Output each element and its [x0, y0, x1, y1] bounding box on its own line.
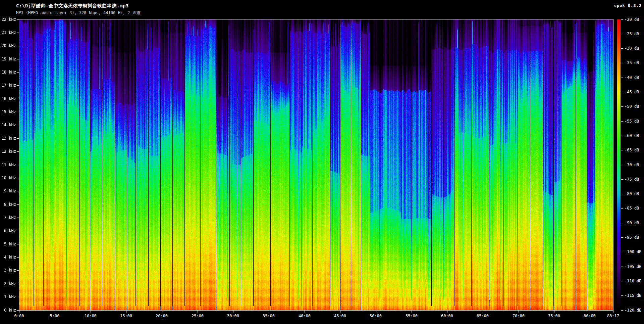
legend-tick	[621, 150, 623, 150]
time-tick	[233, 311, 233, 313]
frequency-tick	[17, 270, 19, 271]
frequency-label: 8 kHz	[0, 202, 16, 207]
frequency-tick	[17, 231, 19, 231]
legend-tick	[621, 48, 623, 49]
frequency-label: 21 kHz	[0, 30, 16, 35]
legend-label: -65 dB	[625, 148, 639, 152]
frequency-label: 13 kHz	[0, 136, 16, 141]
legend-label: -50 dB	[625, 104, 639, 109]
legend-tick	[621, 310, 623, 311]
time-label: 50:00	[365, 314, 387, 318]
file-path-title: C:\Dj型酷帅-全中文洛天依专辑抖音歌曲串烧.mp3	[16, 3, 129, 9]
app-version-label: spek 0.8.2	[614, 3, 642, 8]
legend-tick	[621, 179, 623, 180]
legend-tick	[621, 237, 623, 238]
frequency-label: 22 kHz	[0, 17, 16, 22]
frequency-tick	[17, 257, 19, 258]
frequency-label: 1 kHz	[0, 294, 16, 299]
legend-tick	[621, 19, 623, 20]
legend-label: -40 dB	[625, 75, 639, 80]
legend-label: -80 dB	[625, 191, 639, 196]
time-label: 15:00	[115, 314, 137, 318]
time-label: 75:00	[543, 314, 565, 318]
frequency-label: 20 kHz	[0, 43, 16, 48]
legend-tick	[621, 223, 623, 223]
legend-tick	[621, 78, 623, 78]
time-tick	[198, 311, 198, 313]
frequency-tick	[17, 297, 19, 297]
time-label: 45:00	[329, 314, 351, 318]
legend-tick	[621, 34, 623, 34]
legend-tick	[621, 267, 623, 267]
legend-label: -60 dB	[625, 133, 639, 138]
spectrogram-plot	[19, 19, 613, 311]
frequency-label: 0 kHz	[0, 308, 16, 313]
time-label: 5:00	[44, 314, 66, 318]
frequency-label: 17 kHz	[0, 83, 16, 88]
frequency-label: 5 kHz	[0, 242, 16, 246]
time-tick	[412, 311, 412, 313]
time-label: 20:00	[151, 314, 173, 318]
legend-label: -90 dB	[625, 221, 639, 225]
frequency-tick	[17, 46, 19, 46]
frequency-tick	[17, 125, 19, 125]
legend-tick	[621, 63, 623, 63]
frequency-tick	[17, 19, 19, 20]
legend-tick	[621, 252, 623, 252]
time-tick	[519, 311, 519, 313]
legend-gradient-bar	[617, 19, 621, 310]
legend-label: -95 dB	[625, 235, 639, 240]
legend-tick	[621, 194, 623, 194]
time-tick	[376, 311, 376, 313]
legend-tick	[621, 106, 623, 107]
spectrogram-canvas	[19, 19, 613, 310]
legend-tick	[621, 295, 623, 296]
frequency-tick	[17, 310, 19, 311]
time-label: 83:17	[602, 314, 624, 318]
time-tick	[162, 311, 162, 313]
time-tick	[590, 311, 590, 313]
legend-label: -25 dB	[625, 32, 639, 36]
frequency-label: 12 kHz	[0, 149, 16, 154]
time-label: 55:00	[400, 314, 423, 318]
frequency-tick	[17, 165, 19, 165]
legend-label: -55 dB	[625, 119, 639, 124]
file-info-subtitle: MP3 (MPEG audio layer 3), 320 kbps, 4410…	[16, 10, 141, 16]
frequency-tick	[17, 191, 19, 191]
frequency-tick	[17, 218, 19, 218]
legend-tick	[621, 165, 623, 165]
time-label: 25:00	[186, 314, 209, 318]
frequency-tick	[17, 33, 19, 33]
frequency-label: 16 kHz	[0, 96, 16, 101]
time-tick	[613, 311, 613, 313]
time-label: 30:00	[222, 314, 244, 318]
time-tick	[55, 311, 55, 313]
frequency-label: 18 kHz	[0, 70, 16, 75]
time-label: 35:00	[258, 314, 280, 318]
legend-tick	[621, 121, 623, 122]
frequency-tick	[17, 151, 19, 152]
legend-tick	[621, 92, 623, 92]
legend-label: -70 dB	[625, 163, 639, 167]
time-label: 60:00	[436, 314, 458, 318]
legend-label: -45 dB	[625, 90, 639, 94]
frequency-tick	[17, 244, 19, 244]
frequency-tick	[17, 85, 19, 86]
time-tick	[91, 311, 91, 313]
frequency-tick	[17, 99, 19, 99]
legend-label: -105 dB	[625, 264, 642, 269]
frequency-label: 2 kHz	[0, 281, 16, 286]
frequency-tick	[17, 178, 19, 178]
time-label: 0:00	[8, 314, 30, 318]
legend-tick	[621, 208, 623, 209]
legend-label: -35 dB	[625, 60, 639, 65]
frequency-tick	[17, 284, 19, 284]
frequency-label: 9 kHz	[0, 189, 16, 193]
frequency-label: 4 kHz	[0, 255, 16, 260]
frequency-tick	[17, 112, 19, 112]
time-label: 80:00	[579, 314, 601, 318]
time-label: 40:00	[293, 314, 316, 318]
legend-tick	[621, 281, 623, 281]
legend-tick	[621, 136, 623, 136]
time-label: 10:00	[79, 314, 102, 318]
